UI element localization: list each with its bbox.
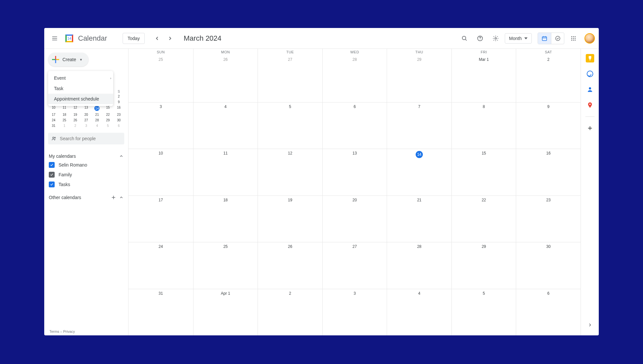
mini-day[interactable]: 31 [48,123,59,128]
month-day-cell[interactable]: 24 [128,242,193,289]
today-button[interactable]: Today [123,33,144,44]
month-day-cell[interactable]: 22 [451,195,516,242]
calendar-item[interactable]: Tasks [48,180,124,189]
mini-day[interactable]: 22 [102,112,113,117]
month-day-cell[interactable]: 7 [387,102,451,149]
mini-day[interactable]: 2 [70,123,81,128]
month-day-cell[interactable]: 6 [516,289,581,336]
mini-day[interactable]: 25 [59,118,70,123]
calendar-checkbox[interactable] [49,172,55,178]
tasks-button[interactable] [586,70,594,78]
month-day-cell[interactable]: 11 [193,149,258,195]
month-day-cell[interactable]: 14 [387,149,451,195]
mini-day[interactable]: 18 [59,112,70,117]
month-day-cell[interactable]: 25 [193,242,258,289]
help-button[interactable] [474,32,487,45]
mini-day[interactable]: 10 [48,105,59,112]
mini-day[interactable]: 5 [102,123,113,128]
mini-day[interactable]: 16 [114,105,124,112]
menu-item-task[interactable]: Task [48,83,113,94]
mini-day[interactable]: 27 [81,118,91,123]
contacts-button[interactable] [586,85,594,94]
month-day-cell[interactable]: 2 [516,55,581,102]
main-menu-button[interactable] [48,32,61,45]
mini-day[interactable]: 14 [92,105,102,112]
month-day-cell[interactable]: Mar 1 [451,55,516,102]
mini-day[interactable]: 3 [81,123,91,128]
account-avatar[interactable] [584,33,595,44]
month-day-cell[interactable]: 5 [258,102,322,149]
prev-month-button[interactable] [151,32,164,45]
mini-day[interactable]: 26 [70,118,81,123]
mini-day[interactable]: 29 [102,118,113,123]
month-day-cell[interactable]: 30 [516,242,581,289]
view-select[interactable]: Month [505,33,532,44]
month-day-cell[interactable]: 29 [451,242,516,289]
month-day-cell[interactable]: 29 [387,55,451,102]
terms-link[interactable]: Terms [49,330,59,333]
mini-day[interactable]: 15 [102,105,113,112]
mini-day[interactable]: 21 [92,112,102,117]
mini-day[interactable]: 1 [59,123,70,128]
mini-day[interactable]: 2 [114,94,124,99]
month-day-cell[interactable]: 3 [128,102,193,149]
month-day-cell[interactable]: 28 [322,55,387,102]
month-day-cell[interactable]: 19 [258,195,322,242]
calendar-checkbox[interactable] [49,182,55,187]
month-day-cell[interactable]: 21 [387,195,451,242]
month-day-cell[interactable]: 28 [387,242,451,289]
month-day-cell[interactable]: 2 [258,289,322,336]
month-day-cell[interactable]: 20 [322,195,387,242]
month-day-cell[interactable]: 26 [258,242,322,289]
mini-day[interactable]: 23 [114,112,124,117]
mini-day[interactable]: 4 [92,123,102,128]
search-button[interactable] [458,32,471,45]
month-day-cell[interactable]: 4 [387,289,451,336]
privacy-link[interactable]: Privacy [63,330,75,333]
calendar-item[interactable]: Family [48,170,124,180]
month-day-cell[interactable]: 8 [451,102,516,149]
mini-day[interactable]: 19 [70,112,81,117]
my-calendars-toggle[interactable]: My calendars [48,152,124,160]
month-day-cell[interactable]: 23 [516,195,581,242]
month-day-cell[interactable]: 12 [258,149,322,195]
mini-day[interactable]: 11 [59,105,70,112]
month-day-cell[interactable]: 31 [128,289,193,336]
settings-button[interactable] [489,32,502,45]
mini-day[interactable]: 13 [81,105,91,112]
mini-day[interactable]: 6 [114,123,124,128]
logo[interactable]: 14 Calendar [64,33,107,44]
google-apps-button[interactable] [567,32,580,45]
plus-icon[interactable] [111,195,116,200]
addons-button[interactable] [586,124,594,132]
keep-button[interactable] [586,54,594,62]
month-day-cell[interactable]: 3 [322,289,387,336]
month-day-cell[interactable]: 6 [322,102,387,149]
month-day-cell[interactable]: 9 [516,102,581,149]
other-calendars-toggle[interactable]: Other calendars [48,193,124,202]
next-month-button[interactable] [164,32,177,45]
calendar-item[interactable]: Selin Romano [48,160,124,170]
maps-button[interactable] [586,101,594,109]
mini-day[interactable]: 12 [70,105,81,112]
month-day-cell[interactable]: 26 [193,55,258,102]
menu-item-event[interactable]: Event › [48,73,113,83]
month-day-cell[interactable]: 13 [322,149,387,195]
month-day-cell[interactable]: Apr 1 [193,289,258,336]
calendar-mode-button[interactable] [538,33,551,44]
mini-day[interactable]: 9 [114,100,124,104]
month-day-cell[interactable]: 27 [322,242,387,289]
month-day-cell[interactable]: 15 [451,149,516,195]
tasks-mode-button[interactable] [551,33,564,44]
calendar-checkbox[interactable] [49,162,55,168]
mini-day[interactable]: 30 [114,118,124,123]
search-people-input[interactable] [60,136,121,141]
menu-item-appointment[interactable]: Appointment schedule [48,94,113,104]
month-day-cell[interactable]: 5 [451,289,516,336]
month-day-cell[interactable]: 17 [128,195,193,242]
mini-day[interactable]: 20 [81,112,91,117]
create-button[interactable]: Create ▼ [48,53,88,66]
month-day-cell[interactable]: 10 [128,149,193,195]
month-day-cell[interactable]: 18 [193,195,258,242]
collapse-side-panel-button[interactable] [585,320,595,330]
